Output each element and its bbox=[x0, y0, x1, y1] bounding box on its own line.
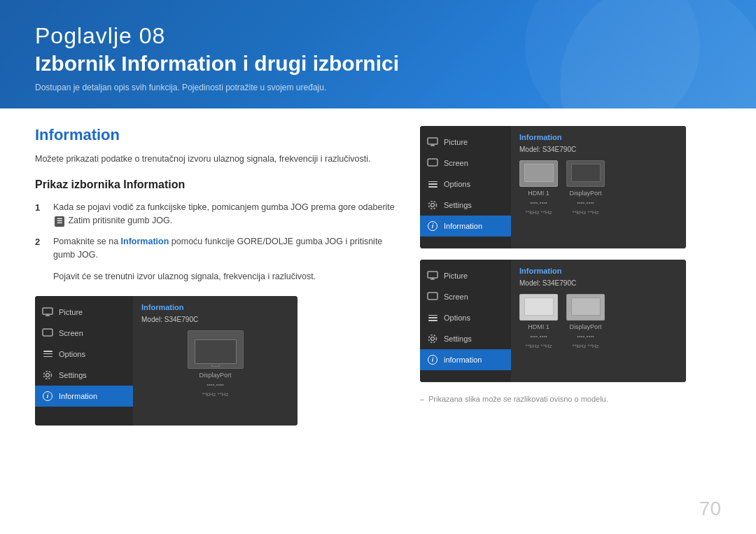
bot-screen-label: Screen bbox=[444, 293, 468, 301]
description-text: Možete prikazati podatke o trenutačnoj i… bbox=[35, 153, 399, 166]
menu-options: Options bbox=[35, 344, 133, 365]
bottom-info-model: Model: S34E790C bbox=[519, 279, 678, 287]
monitor-shape bbox=[195, 339, 237, 364]
top-gear-icon bbox=[427, 199, 438, 211]
bottom-hdmi-monitor-shape bbox=[524, 297, 554, 316]
monitor-stand bbox=[211, 365, 220, 367]
bottom-monitor-ui: Picture Screen Options bbox=[420, 260, 686, 382]
svg-point-2 bbox=[46, 373, 50, 377]
top-dp-sub2: **kHz **Hz bbox=[572, 209, 598, 216]
svg-rect-8 bbox=[428, 272, 438, 278]
step-2-text: Pomaknite se na Information pomoću funkc… bbox=[53, 235, 399, 262]
left-info-model: Model: S34E790C bbox=[141, 316, 289, 323]
bottom-info-panel: Information Model: S34E790C HDMI 1 ••••,… bbox=[511, 260, 686, 382]
top-menu-settings: Settings bbox=[420, 195, 511, 216]
bottom-dp-label: DisplayPort bbox=[569, 323, 601, 330]
left-column: Information Možete prikazati podatke o t… bbox=[35, 126, 399, 426]
top-information-label: Information bbox=[444, 222, 482, 230]
step-1: 1 Kada se pojavi vodič za funkcijske tip… bbox=[35, 201, 399, 227]
top-screen-label: Screen bbox=[444, 159, 468, 167]
step-1-text: Kada se pojavi vodič za funkcijske tipke… bbox=[53, 201, 399, 227]
top-monitor-icon bbox=[427, 136, 438, 148]
bot-menu-picture: Picture bbox=[420, 265, 511, 286]
top-dp-label: DisplayPort bbox=[569, 190, 601, 197]
page-number: 70 bbox=[699, 498, 721, 520]
svg-rect-4 bbox=[428, 138, 438, 144]
chapter-title: Izbornik Information i drugi izbornici bbox=[35, 52, 721, 76]
top-menu-information[interactable]: i Information bbox=[420, 216, 511, 237]
svg-point-11 bbox=[429, 335, 437, 343]
top-monitor-ui: Picture Screen Options bbox=[420, 126, 686, 248]
menu-screen-label: Screen bbox=[59, 329, 83, 337]
monitor-icon bbox=[42, 307, 53, 318]
bottom-menu-sidebar: Picture Screen Options bbox=[420, 260, 511, 382]
bot-options-label: Options bbox=[444, 314, 470, 322]
menu-screen: Screen bbox=[35, 323, 133, 344]
left-monitor-ui: Picture Screen Opt bbox=[35, 296, 298, 426]
steps-list: 1 Kada se pojavi vodič za funkcijske tip… bbox=[35, 201, 399, 283]
menu-information[interactable]: i Information bbox=[35, 386, 133, 407]
menu-information-label: Information bbox=[59, 392, 97, 400]
left-menu-sidebar: Picture Screen Opt bbox=[35, 296, 133, 426]
top-menu-sidebar: Picture Screen Options bbox=[420, 126, 511, 248]
menu-options-label: Options bbox=[59, 350, 85, 358]
svg-rect-9 bbox=[428, 293, 438, 300]
options-icon bbox=[42, 349, 53, 360]
bottom-thumb-dp-img bbox=[566, 294, 605, 321]
left-info-title: Information bbox=[141, 303, 289, 311]
top-info-model: Model: S34E790C bbox=[519, 146, 678, 153]
top-hdmi-sub1: ••••,•••• bbox=[530, 199, 547, 206]
top-screen-icon bbox=[427, 157, 438, 169]
bot-settings-label: Settings bbox=[444, 335, 472, 343]
content-wrapper: Information Možete prikazati podatke o t… bbox=[0, 108, 756, 433]
left-thumb-area: DisplayPort ••••,•••• **kHz **Hz bbox=[141, 330, 289, 399]
top-thumb-hdmi-img bbox=[519, 160, 558, 187]
left-source-label: DisplayPort bbox=[199, 372, 231, 379]
menu-settings: Settings bbox=[35, 365, 133, 386]
bot-monitor-icon bbox=[427, 270, 438, 281]
top-menu-picture: Picture bbox=[420, 132, 511, 153]
bot-information-label: information bbox=[444, 356, 482, 364]
step-3-text: Pojavit će se trenutni izvor ulaznog sig… bbox=[53, 272, 316, 281]
step-1-num: 1 bbox=[35, 201, 48, 215]
svg-rect-1 bbox=[43, 329, 52, 336]
svg-point-7 bbox=[429, 202, 437, 209]
top-dp-sub1: ••••,•••• bbox=[577, 199, 594, 206]
chapter-number: Poglavlje 08 bbox=[35, 23, 721, 49]
top-thumb-hdmi: HDMI 1 ••••,•••• **kHz **Hz bbox=[519, 160, 558, 217]
bot-picture-label: Picture bbox=[444, 272, 468, 280]
section-title: Information bbox=[35, 126, 399, 144]
step-3: Pojavit će se trenutni izvor ulaznog sig… bbox=[35, 270, 399, 283]
left-thumb: DisplayPort ••••,•••• **kHz **Hz bbox=[188, 330, 244, 399]
svg-rect-5 bbox=[428, 159, 438, 166]
bottom-thumbnails: HDMI 1 ••••,•••• **kHz **Hz DisplayPort … bbox=[519, 294, 678, 351]
top-options-icon bbox=[427, 178, 438, 190]
bottom-dp-sub1: ••••,•••• bbox=[577, 333, 594, 340]
menu-settings-label: Settings bbox=[59, 371, 87, 379]
bottom-thumb-hdmi: HDMI 1 ••••,•••• **kHz **Hz bbox=[519, 294, 558, 351]
bot-menu-options: Options bbox=[420, 307, 511, 328]
bot-screen-icon bbox=[427, 291, 438, 302]
svg-point-3 bbox=[44, 371, 52, 379]
dp-monitor-shape bbox=[571, 164, 601, 182]
top-hdmi-label: HDMI 1 bbox=[528, 190, 550, 197]
bottom-thumb-hdmi-img bbox=[519, 294, 558, 321]
subsection-title: Prikaz izbornika Information bbox=[35, 178, 399, 191]
bot-menu-information[interactable]: i information bbox=[420, 349, 511, 370]
bottom-hdmi-sub2: **kHz **Hz bbox=[525, 343, 552, 350]
top-info-icon: i bbox=[427, 220, 438, 232]
top-info-panel: Information Model: S34E790C HDMI 1 ••••,… bbox=[511, 126, 686, 248]
top-thumb-dp-img bbox=[566, 160, 605, 187]
bottom-thumb-dp: DisplayPort ••••,•••• **kHz **Hz bbox=[566, 294, 605, 351]
top-thumb-dp: DisplayPort ••••,•••• **kHz **Hz bbox=[566, 160, 605, 217]
screen-icon bbox=[42, 328, 53, 339]
bot-gear-icon bbox=[427, 333, 438, 344]
top-hdmi-sub2: **kHz **Hz bbox=[525, 209, 552, 216]
top-menu-options: Options bbox=[420, 174, 511, 195]
right-column: Picture Screen Options bbox=[420, 126, 686, 426]
top-settings-label: Settings bbox=[444, 201, 472, 209]
left-source-sub2: **kHz **Hz bbox=[202, 391, 228, 398]
chapter-subtitle: Dostupan je detaljan opis svih funkcija.… bbox=[35, 83, 721, 92]
bot-menu-settings: Settings bbox=[420, 328, 511, 349]
bottom-info-title: Information bbox=[519, 267, 678, 275]
